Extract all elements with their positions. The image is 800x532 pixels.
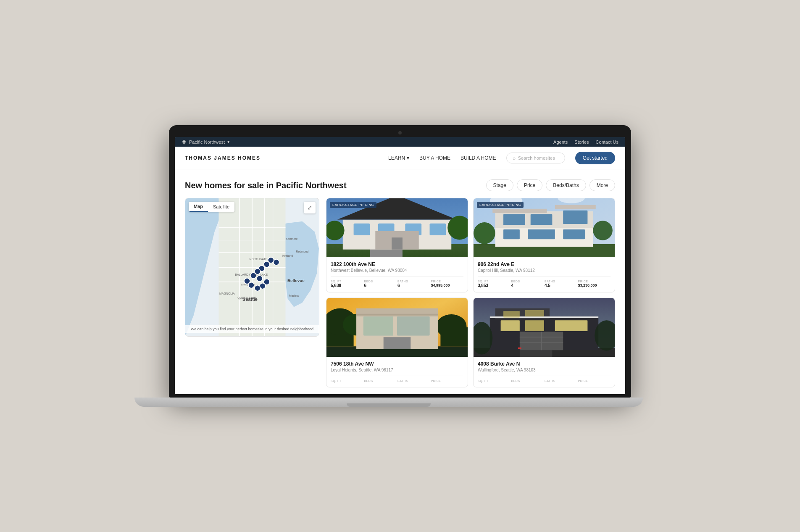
svg-point-37 (244, 278, 250, 284)
svg-text:QUEEN ANNE: QUEEN ANNE (237, 296, 257, 300)
stat-beds-value-1: 6 (364, 283, 397, 288)
stat-baths-1: BATHS 6 (397, 280, 430, 288)
svg-rect-89 (501, 320, 520, 331)
property-stats-2: SQ. FT 3,853 BEDS 4 BATHS (478, 276, 611, 288)
stories-link[interactable]: Stories (574, 140, 589, 145)
stat-baths-label-1: BATHS (397, 280, 430, 283)
svg-point-64 (474, 222, 495, 244)
stat-beds-label-2: BEDS (511, 280, 544, 283)
map-expand-button[interactable]: ⤢ (304, 202, 316, 213)
property-card-3[interactable]: 7506 18th Ave NW Loyal Heights, Seattle,… (326, 298, 468, 387)
stat-sqft-value-2: 3,853 (478, 283, 511, 288)
learn-chevron-icon: ▾ (407, 155, 409, 161)
top-bar-right: Agents Stories Contact Us (553, 140, 618, 145)
property-info-2: 906 22nd Ave E Capitol Hill, Seattle, WA… (474, 257, 615, 292)
nav-search-box[interactable]: ⌕ Search homesites (506, 153, 565, 163)
stat-sqft-label-3: SQ. FT (331, 379, 363, 382)
property-location-2: Capitol Hill, Seattle, WA 98112 (478, 268, 611, 273)
map-tab-satellite[interactable]: Satellite (208, 202, 234, 212)
svg-point-31 (250, 273, 256, 279)
stat-sqft-label-1: SQ. FT (331, 280, 363, 283)
property-info-3: 7506 18th Ave NW Loyal Heights, Seattle,… (326, 357, 468, 387)
svg-rect-82 (397, 316, 430, 335)
search-icon: ⌕ (513, 155, 516, 161)
property-address-4: 4008 Burke Ave N (478, 361, 611, 367)
stat-sqft-2: SQ. FT 3,853 (478, 280, 511, 288)
svg-text:NORTHGATE: NORTHGATE (249, 258, 267, 261)
svg-rect-61 (563, 211, 587, 224)
svg-text:Bellevue: Bellevue (287, 278, 305, 283)
location-dropdown[interactable]: ▾ (227, 139, 230, 145)
svg-text:Kirkland: Kirkland (282, 254, 293, 257)
nav-logo[interactable]: THOMAS JAMES HOMES (185, 155, 261, 161)
stat-beds-4: BEDS (511, 379, 544, 383)
property-card-1[interactable]: EARLY-STAGE PRICING 1822 100th Ave NE No… (326, 198, 468, 292)
stat-sqft-4: SQ. FT (478, 379, 511, 383)
svg-text:Medina: Medina (289, 294, 299, 297)
top-bar: Pacific Northwest ▾ Agents Stories Conta… (175, 137, 625, 147)
stat-beds-label-3: BEDS (364, 379, 397, 382)
map-tab-map[interactable]: Map (189, 202, 208, 212)
map-container[interactable]: Map Satellite ⤢ (185, 198, 319, 337)
nav-learn[interactable]: LEARN ▾ (388, 155, 409, 161)
property-image-3 (326, 298, 468, 357)
svg-rect-93 (525, 310, 544, 317)
svg-rect-59 (503, 229, 520, 239)
location-icon (182, 140, 187, 145)
page-header: New homes for sale in Pacific Northwest … (185, 179, 615, 191)
svg-rect-91 (555, 320, 588, 331)
laptop-base (134, 398, 643, 407)
stat-beds-3: BEDS (364, 379, 397, 383)
stat-sqft-3: SQ. FT (331, 379, 363, 383)
svg-rect-92 (503, 311, 520, 318)
filter-price[interactable]: Price (517, 179, 542, 191)
stat-price-1: PRICE $4,995,000 (431, 280, 464, 288)
stat-price-label-4: PRICE (578, 379, 611, 382)
agents-link[interactable]: Agents (553, 140, 568, 145)
property-stats-1: SQ. FT 5,638 BEDS 6 BATHS (331, 276, 463, 288)
nav-build[interactable]: BUILD A HOME (461, 155, 496, 161)
svg-rect-62 (563, 229, 585, 239)
filter-beds-baths[interactable]: Beds/Baths (546, 179, 586, 191)
stat-baths-value-1: 6 (397, 283, 430, 288)
location-label[interactable]: Pacific Northwest (189, 140, 225, 145)
main-content: New homes for sale in Pacific Northwest … (175, 169, 625, 394)
content-layout: Map Satellite ⤢ (185, 198, 615, 387)
filter-stage[interactable]: Stage (486, 179, 513, 191)
property-image-4 (474, 298, 615, 357)
stat-baths-label-4: BATHS (545, 379, 577, 382)
get-started-button[interactable]: Get started (575, 152, 615, 164)
svg-rect-56 (555, 205, 596, 209)
contact-link[interactable]: Contact Us (596, 140, 618, 145)
property-info-4: 4008 Burke Ave N Wallingford, Seattle, W… (474, 357, 615, 387)
properties-grid: EARLY-STAGE PRICING 1822 100th Ave NE No… (326, 198, 615, 387)
property-card-4[interactable]: 4008 Burke Ave N Wallingford, Seattle, W… (473, 298, 615, 387)
stat-price-value-1: $4,995,000 (431, 283, 464, 287)
nav-buy[interactable]: BUY A HOME (419, 155, 450, 161)
stat-beds-2: BEDS 4 (511, 280, 544, 288)
svg-text:Kenmore: Kenmore (286, 237, 297, 240)
stat-baths-label-3: BATHS (397, 379, 430, 382)
svg-rect-58 (531, 214, 553, 225)
svg-rect-79 (384, 337, 411, 349)
stat-price-value-2: $3,230,000 (578, 283, 611, 287)
filter-more[interactable]: More (589, 179, 615, 191)
filter-buttons: Stage Price Beds/Baths More (486, 179, 615, 191)
map-tab-controls: Map Satellite (189, 202, 234, 212)
property-image-2: EARLY-STAGE PRICING (474, 198, 615, 257)
property-badge-1: EARLY-STAGE PRICING (330, 202, 376, 208)
map-bottom-text: We can help you find your perfect homesi… (185, 325, 319, 333)
stat-price-label-3: PRICE (431, 379, 464, 382)
laptop-wrapper: Pacific Northwest ▾ Agents Stories Conta… (169, 125, 631, 407)
svg-text:BALLARD: BALLARD (235, 273, 248, 276)
top-bar-left: Pacific Northwest ▾ (182, 139, 230, 145)
camera-notch (398, 131, 402, 134)
svg-point-28 (264, 261, 270, 267)
svg-rect-60 (528, 229, 555, 239)
property-card-2[interactable]: EARLY-STAGE PRICING 906 22nd Ave E Capit… (473, 198, 615, 292)
stat-baths-4: BATHS (545, 379, 577, 383)
svg-rect-55 (492, 209, 547, 213)
svg-rect-43 (354, 224, 370, 235)
stat-beds-1: BEDS 6 (364, 280, 397, 288)
property-image-1: EARLY-STAGE PRICING (326, 198, 468, 257)
